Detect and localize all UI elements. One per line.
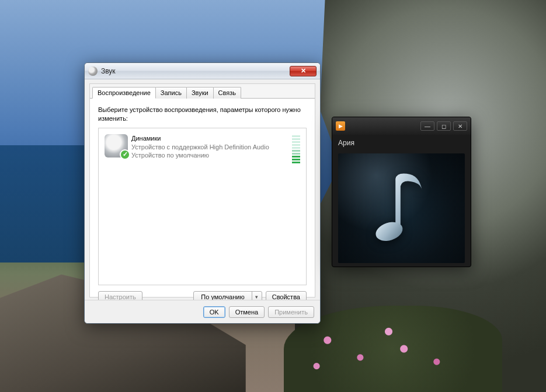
minimize-icon: — <box>425 123 430 130</box>
chevron-down-icon[interactable]: ▾ <box>252 294 262 300</box>
sound-dialog-titlebar[interactable]: Звук ✕ <box>85 63 320 79</box>
device-list[interactable]: ✓ Динамики Устройство с поддержкой High … <box>98 128 307 285</box>
maximize-button[interactable]: ◻ <box>437 121 451 131</box>
instruction-text: Выберите устройство воспроизведения, пар… <box>98 106 307 123</box>
window-buttons: — ◻ ✕ <box>420 121 467 131</box>
apply-button[interactable]: Применить <box>268 306 314 318</box>
device-text: Динамики Устройство с поддержкой High De… <box>131 134 269 160</box>
sound-dialog-title: Звук <box>101 67 116 75</box>
ok-button[interactable]: OK <box>203 306 225 318</box>
cancel-button[interactable]: Отмена <box>229 306 265 318</box>
album-art[interactable] <box>338 153 465 263</box>
device-status: Устройство по умолчанию <box>131 151 269 160</box>
sound-dialog: Звук ✕ Воспроизведение Запись Звуки Связ… <box>84 62 321 324</box>
sound-icon <box>88 66 98 76</box>
music-note-icon <box>370 167 434 249</box>
media-player-titlebar[interactable]: ▶ — ◻ ✕ <box>332 117 471 135</box>
sound-dialog-body: Воспроизведение Запись Звуки Связь Выбер… <box>89 83 315 298</box>
tab-playback[interactable]: Воспроизведение <box>92 87 156 99</box>
maximize-icon: ◻ <box>441 123 446 130</box>
close-icon: ✕ <box>301 67 306 75</box>
now-playing-title: Ария <box>332 135 471 151</box>
play-icon: ▶ <box>339 123 343 129</box>
close-button[interactable]: ✕ <box>290 66 317 76</box>
tab-content: Выберите устройство воспроизведения, пар… <box>90 99 315 309</box>
volume-meter <box>292 134 300 163</box>
media-player-window: ▶ — ◻ ✕ Ария <box>332 117 471 267</box>
close-icon: ✕ <box>458 123 462 130</box>
media-close-button[interactable]: ✕ <box>453 121 467 131</box>
speaker-icon: ✓ <box>105 134 128 158</box>
tab-recording[interactable]: Запись <box>155 87 187 99</box>
minimize-button[interactable]: — <box>420 121 434 131</box>
media-player-app-icon: ▶ <box>336 121 345 131</box>
tab-communications[interactable]: Связь <box>213 87 241 99</box>
default-check-icon: ✓ <box>120 149 130 160</box>
tabstrip: Воспроизведение Запись Звуки Связь <box>90 84 315 99</box>
device-description: Устройство с поддержкой High Definition … <box>131 143 269 152</box>
device-name: Динамики <box>131 134 269 143</box>
dialog-footer: OK Отмена Применить <box>85 300 320 323</box>
device-item-speakers[interactable]: ✓ Динамики Устройство с поддержкой High … <box>102 132 302 166</box>
tab-sounds[interactable]: Звуки <box>186 87 214 99</box>
